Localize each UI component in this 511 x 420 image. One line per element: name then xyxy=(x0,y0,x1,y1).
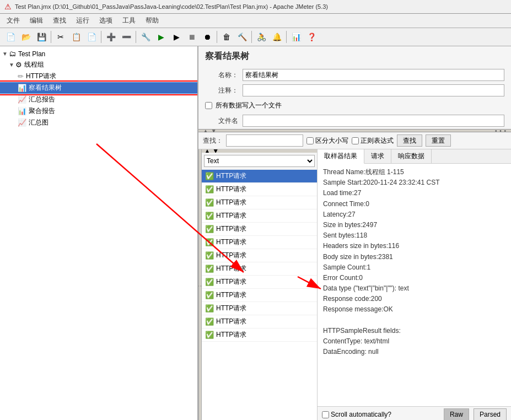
toolbar-report[interactable]: 📊 xyxy=(289,30,303,44)
result-item-7[interactable]: ✅ HTTP请求 xyxy=(202,249,317,262)
result-item-3[interactable]: ✅ HTTP请求 xyxy=(202,196,317,209)
result-label-11: HTTP请求 xyxy=(216,304,246,313)
status-icon-1: ✅ xyxy=(205,172,214,180)
menu-tools[interactable]: 工具 xyxy=(118,15,140,26)
detail-line-15: HTTPSampleResult fields: xyxy=(323,326,505,336)
tree-label-thread-group: 线程组 xyxy=(24,60,44,69)
toolbar-copy[interactable]: 📋 xyxy=(69,30,83,44)
result-item-9[interactable]: ✅ HTTP请求 xyxy=(202,276,317,289)
tab-request[interactable]: 请求 xyxy=(364,149,391,163)
tree-item-summary-graph[interactable]: 📈 汇总图 xyxy=(0,117,197,128)
comment-label: 注释： xyxy=(205,86,238,95)
menu-find[interactable]: 查找 xyxy=(49,15,71,26)
file-input[interactable] xyxy=(243,115,504,127)
detail-line-10: Sample Count:1 xyxy=(323,262,505,273)
result-label-3: HTTP请求 xyxy=(216,198,246,207)
result-item-1[interactable]: ✅ HTTP请求 xyxy=(202,170,317,183)
status-icon-7: ✅ xyxy=(205,251,214,260)
tree-item-aggregate-report[interactable]: 📊 聚合报告 xyxy=(0,105,197,117)
result-item-11[interactable]: ✅ HTTP请求 xyxy=(202,302,317,315)
detail-line-8: Headers size in bytes:116 xyxy=(323,241,505,251)
results-area: ⋮ ▲ ▼ Text RegExp Tester CSS/JQuery Test… xyxy=(198,149,511,420)
parsed-tab-btn[interactable]: Parsed xyxy=(474,408,507,420)
toolbar-sep-6 xyxy=(286,31,287,43)
raw-tab-btn[interactable]: Raw xyxy=(444,408,469,420)
result-label-13: HTTP请求 xyxy=(216,330,246,340)
menu-edit[interactable]: 编辑 xyxy=(25,15,47,26)
tree-item-http-req-0[interactable]: ✏ HTTP请求 xyxy=(0,71,197,82)
result-item-13[interactable]: ✅ HTTP请求 xyxy=(202,329,317,342)
menu-file[interactable]: 文件 xyxy=(2,15,24,26)
toolbar-open[interactable]: 📂 xyxy=(19,30,33,44)
file-section: 文件名 xyxy=(198,112,511,129)
toolbar-stop[interactable]: ⏹ xyxy=(185,30,199,44)
result-item-12[interactable]: ✅ HTTP请求 xyxy=(202,315,317,329)
menu-run[interactable]: 运行 xyxy=(72,15,94,26)
detail-line-14: Response message:OK xyxy=(323,304,505,315)
view-result-icon: 📊 xyxy=(18,84,26,92)
result-item-8[interactable]: ✅ HTTP请求 xyxy=(202,262,317,276)
detail-line-13: Response code:200 xyxy=(323,294,505,304)
toolbar-edit[interactable]: 🔧 xyxy=(138,30,153,44)
menu-help[interactable]: 帮助 xyxy=(141,15,163,26)
toolbar-add[interactable]: ➕ xyxy=(104,30,118,44)
detail-line-16: ContentType: text/html xyxy=(323,336,505,347)
search-bar: 查找： 区分大小写 正则表达式 查找 重置 xyxy=(198,132,511,149)
result-label-9: HTTP请求 xyxy=(216,277,246,287)
toolbar-help[interactable]: ❓ xyxy=(304,30,319,44)
scroll-auto-label: Scroll automatically? xyxy=(322,411,391,418)
toolbar-clear[interactable]: 🗑 xyxy=(219,30,234,44)
title-text: Test Plan.jmx (D:\01_Github\01_PassJava\… xyxy=(15,3,328,10)
tree-item-summary-report[interactable]: 📈 汇总报告 xyxy=(0,94,197,105)
status-icon-10: ✅ xyxy=(205,291,214,299)
toolbar-save[interactable]: 💾 xyxy=(34,30,49,44)
tree-label-view-result: 察看结果树 xyxy=(29,83,62,93)
expand-arrow-thread: ▼ xyxy=(9,62,14,68)
reset-button[interactable]: 重置 xyxy=(426,134,451,147)
summary-graph-icon: 📈 xyxy=(18,119,26,127)
toolbar-start[interactable]: ▶ xyxy=(154,30,168,44)
result-label-12: HTTP请求 xyxy=(216,317,246,326)
toolbar-clear-all[interactable]: 🔨 xyxy=(235,30,249,44)
status-icon-2: ✅ xyxy=(205,185,214,193)
tab-response-data[interactable]: 响应数据 xyxy=(391,149,432,163)
detail-line-4: Connect Time:0 xyxy=(323,199,505,209)
result-item-10[interactable]: ✅ HTTP请求 xyxy=(202,289,317,302)
result-item-6[interactable]: ✅ HTTP请求 xyxy=(202,236,317,249)
regex-checkbox[interactable] xyxy=(352,137,359,144)
tree-label-http-req-0: HTTP请求 xyxy=(26,72,56,81)
menu-options[interactable]: 选项 xyxy=(95,15,117,26)
toolbar-start-no-pause[interactable]: ▶ xyxy=(169,30,184,44)
toolbar-shutdown[interactable]: ⏺ xyxy=(200,30,214,44)
panel-title: 察看结果树 xyxy=(198,46,511,67)
toolbar-sep-5 xyxy=(251,31,252,43)
status-icon-8: ✅ xyxy=(205,265,214,273)
search-button[interactable]: 查找 xyxy=(397,134,422,147)
detail-panel: Thread Name:线程组 1-115 Sample Start:2020-… xyxy=(318,164,511,406)
file-label: 文件名 xyxy=(205,116,238,126)
tree-item-view-result[interactable]: 📊 察看结果树 xyxy=(0,82,197,94)
comment-input[interactable] xyxy=(243,84,504,96)
case-sensitive-checkbox[interactable] xyxy=(306,137,314,144)
tree-item-test-plan[interactable]: ▼ 🗂 Test Plan xyxy=(0,49,197,59)
result-label-1: HTTP请求 xyxy=(216,171,246,181)
toolbar-template[interactable]: 🔔 xyxy=(270,30,284,44)
scroll-auto-checkbox[interactable] xyxy=(322,411,329,418)
toolbar-remove[interactable]: ➖ xyxy=(119,30,133,44)
format-dropdown[interactable]: Text RegExp Tester CSS/JQuery Tester XPa… xyxy=(204,155,315,167)
toolbar-paste[interactable]: 📄 xyxy=(84,30,99,44)
toolbar-cut[interactable]: ✂ xyxy=(53,30,68,44)
toolbar-function-helper[interactable]: 🚴 xyxy=(254,30,268,44)
write-file-checkbox[interactable] xyxy=(205,102,212,109)
tree-item-thread-group[interactable]: ▼ ⚙ 线程组 xyxy=(0,59,197,71)
result-item-2[interactable]: ✅ HTTP请求 xyxy=(202,183,317,196)
name-input[interactable] xyxy=(243,69,504,81)
result-item-4[interactable]: ✅ HTTP请求 xyxy=(202,209,317,223)
write-file-label: 所有数据写入一个文件 xyxy=(216,101,282,110)
status-icon-12: ✅ xyxy=(205,317,214,326)
search-input[interactable] xyxy=(226,134,303,147)
toolbar-new[interactable]: 📄 xyxy=(3,30,18,44)
result-item-5[interactable]: ✅ HTTP请求 xyxy=(202,223,317,236)
detail-line-3: Load time:27 xyxy=(323,188,505,198)
tab-sampler-result[interactable]: 取样器结果 xyxy=(318,149,364,164)
